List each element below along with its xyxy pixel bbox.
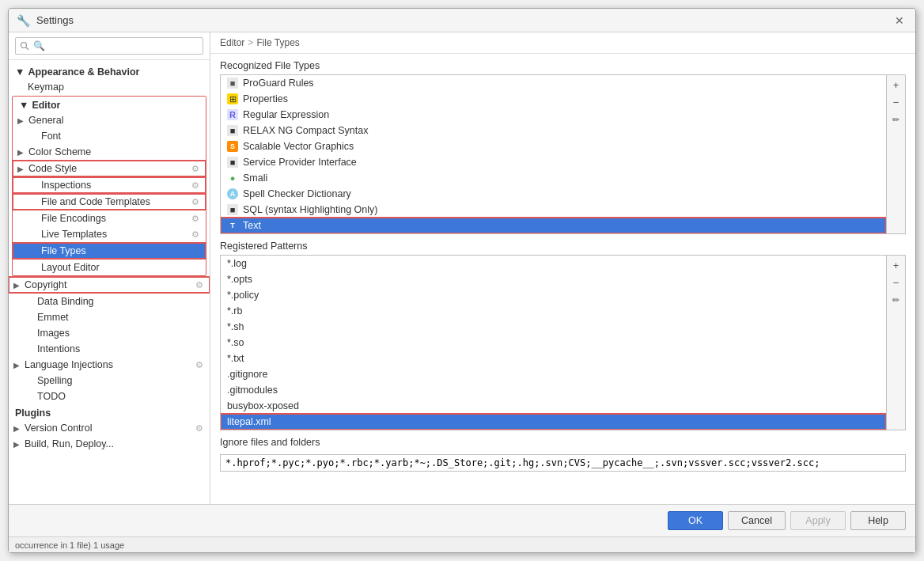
sidebar-item-images[interactable]: Images (9, 325, 210, 341)
sidebar-item-spelling[interactable]: Spelling (9, 373, 210, 389)
edit-file-type-button[interactable]: ✏ (888, 112, 904, 127)
arrow-icon: ▶ (16, 116, 25, 125)
list-item-label: RELAX NG Compact Syntax (243, 125, 368, 136)
sidebar-item-file-encodings[interactable]: File Encodings ⚙ (13, 210, 206, 226)
sidebar-item-intentions[interactable]: Intentions (9, 341, 210, 357)
file-icon: ■ (227, 204, 238, 215)
ignore-panel: Ignore files and folders (220, 437, 906, 476)
sidebar-item-label: Version Control (25, 423, 92, 434)
sidebar: ▼ Appearance & Behavior Keymap ▼ Editor … (9, 32, 210, 504)
add-file-type-button[interactable]: + (888, 77, 904, 93)
remove-file-type-button[interactable]: − (888, 94, 904, 110)
sidebar-item-copyright[interactable]: ▶ Copyright ⚙ (9, 277, 210, 293)
status-text: occurrence in 1 file) 1 usage (15, 540, 124, 550)
file-icon: ■ (227, 125, 238, 136)
sidebar-item-font[interactable]: Font (13, 128, 206, 144)
sidebar-item-label: File Encodings (41, 213, 106, 224)
patterns-buttons: + − ✏ (886, 256, 905, 430)
list-item[interactable]: R Regular Expression (221, 107, 886, 123)
sidebar-item-color-scheme[interactable]: ▶ Color Scheme (13, 144, 206, 160)
ignore-input[interactable] (220, 454, 906, 472)
sidebar-item-label: Editor (32, 100, 60, 111)
sidebar-item-plugins[interactable]: Plugins (9, 404, 210, 420)
list-item-label: *.opts (227, 274, 252, 285)
list-item-label: *.policy (227, 290, 259, 301)
file-icon: ■ (227, 78, 238, 89)
arrow-icon: ▼ (15, 66, 25, 78)
gear-icon: ⚙ (195, 423, 203, 434)
sidebar-item-label: Inspections (41, 180, 91, 191)
list-item-label: *.txt (227, 353, 244, 364)
patterns-scroll[interactable]: *.log *.opts *.policy *.rb (221, 256, 886, 430)
list-item[interactable]: ■ Service Provider Interface (221, 154, 886, 170)
help-button[interactable]: Help (850, 511, 906, 530)
sidebar-item-version-control[interactable]: ▶ Version Control ⚙ (9, 420, 210, 436)
list-item[interactable]: ■ ProGuard Rules (221, 75, 886, 91)
sidebar-item-layout-editor[interactable]: Layout Editor (13, 260, 206, 275)
list-item[interactable]: *.policy (221, 287, 886, 303)
cancel-button[interactable]: Cancel (728, 511, 786, 530)
list-item-label: Smali (243, 172, 267, 184)
sidebar-item-label: General (28, 115, 63, 126)
sidebar-item-label: Build, Run, Deploy... (25, 438, 114, 449)
recognized-file-types-panel: Recognized File Types ■ ProGuard Rules ⊞… (220, 60, 906, 234)
file-icon: ■ (227, 157, 238, 168)
sidebar-item-label: Emmet (37, 312, 69, 323)
sidebar-item-editor[interactable]: ▼ Editor (13, 97, 206, 112)
gear-icon: ⚙ (195, 280, 203, 290)
list-item-label: *.sh (227, 321, 244, 332)
list-item[interactable]: .gitignore (221, 366, 886, 382)
list-item[interactable]: *.log (221, 256, 886, 271)
list-item[interactable]: S Scalable Vector Graphics (221, 138, 886, 154)
list-item[interactable]: ■ RELAX NG Compact Syntax (221, 123, 886, 138)
list-item[interactable]: *.opts (221, 271, 886, 287)
sidebar-item-code-style[interactable]: ▶ Code Style ⚙ (13, 161, 206, 176)
list-item[interactable]: *.txt (221, 351, 886, 366)
list-item-litepal[interactable]: litepal.xml (221, 414, 886, 430)
close-button[interactable]: ✕ (892, 13, 907, 28)
editor-section-outline: ▼ Editor ▶ General Font ▶ (12, 96, 206, 276)
file-icon: ● (227, 172, 238, 184)
title-bar: 🔧 Settings ✕ (9, 9, 915, 32)
list-item[interactable]: *.rb (221, 303, 886, 319)
file-icon: S (227, 141, 238, 152)
sidebar-item-file-types[interactable]: File Types (13, 243, 206, 259)
recognized-scroll[interactable]: ■ ProGuard Rules ⊞ Properties R Regular … (221, 75, 886, 233)
add-pattern-button[interactable]: + (888, 257, 904, 273)
sidebar-item-appearance[interactable]: ▼ Appearance & Behavior (9, 63, 210, 79)
sidebar-item-general[interactable]: ▶ General (13, 112, 206, 128)
sidebar-item-language-injections[interactable]: ▶ Language Injections ⚙ (9, 357, 210, 373)
sidebar-item-label: Keymap (28, 81, 64, 93)
apply-button[interactable]: Apply (790, 511, 846, 530)
list-item[interactable]: A Spell Checker Dictionary (221, 186, 886, 202)
list-item[interactable]: *.so (221, 335, 886, 351)
sidebar-item-todo[interactable]: TODO (9, 389, 210, 404)
search-input[interactable] (15, 37, 203, 55)
sidebar-item-data-binding[interactable]: Data Binding (9, 294, 210, 309)
sidebar-item-inspections[interactable]: Inspections ⚙ (13, 177, 206, 193)
list-item-label: Spell Checker Dictionary (243, 188, 351, 199)
sidebar-item-live-templates[interactable]: Live Templates ⚙ (13, 226, 206, 242)
sidebar-tree: ▼ Appearance & Behavior Keymap ▼ Editor … (9, 60, 210, 504)
list-item[interactable]: ■ SQL (syntax Highlighting Only) (221, 202, 886, 218)
list-item[interactable]: .gitmodules (221, 382, 886, 398)
sidebar-item-keymap[interactable]: Keymap (9, 79, 210, 95)
sidebar-item-label: Language Injections (25, 359, 113, 370)
list-item[interactable]: ● Smali (221, 170, 886, 186)
edit-pattern-button[interactable]: ✏ (888, 292, 904, 308)
arrow-icon: ▶ (12, 439, 21, 449)
ok-button[interactable]: OK (668, 511, 723, 530)
list-item-label: litepal.xml (227, 416, 271, 427)
list-item[interactable]: ⊞ Properties (221, 91, 886, 107)
list-item-label: .gitmodules (227, 385, 278, 396)
list-item-label: ProGuard Rules (243, 78, 314, 89)
remove-pattern-button[interactable]: − (888, 275, 904, 290)
gear-icon: ⚙ (191, 180, 199, 191)
list-item[interactable]: busybox-xposed (221, 398, 886, 414)
list-item[interactable]: *.sh (221, 319, 886, 335)
sidebar-item-emmet[interactable]: Emmet (9, 309, 210, 325)
sidebar-item-file-code-templates[interactable]: File and Code Templates ⚙ (13, 194, 206, 210)
recognized-file-types-list: ■ ProGuard Rules ⊞ Properties R Regular … (220, 74, 906, 234)
sidebar-item-build-run-deploy[interactable]: ▶ Build, Run, Deploy... (9, 436, 210, 452)
list-item-text[interactable]: T Text (221, 218, 886, 233)
